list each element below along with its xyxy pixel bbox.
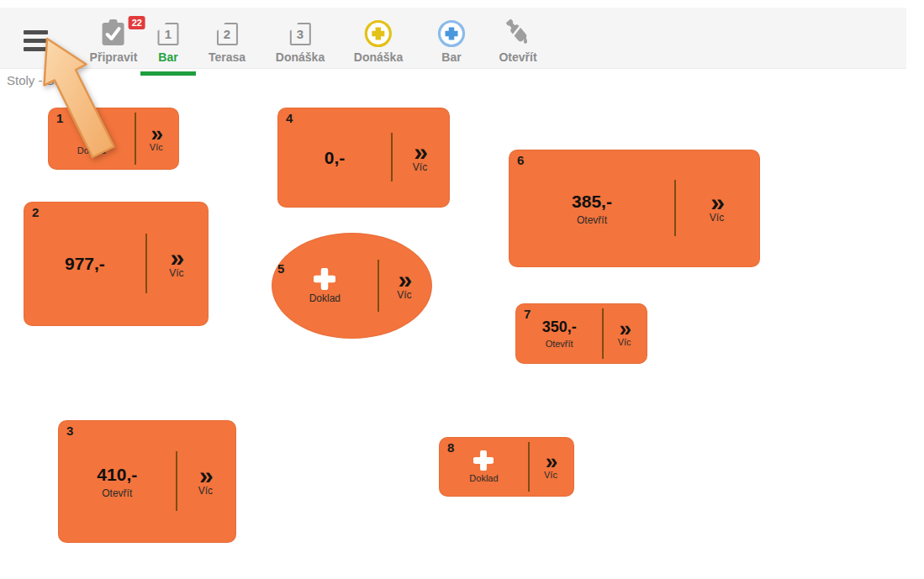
table-more-zone[interactable]: » Víc bbox=[391, 108, 449, 207]
status-label: Otevřít bbox=[102, 487, 132, 499]
table-number-1-icon: 1 bbox=[158, 23, 179, 45]
more-label: Víc bbox=[413, 161, 427, 173]
table-card-1[interactable]: 1 Doklad » Víc bbox=[48, 108, 179, 170]
doklad-label: Doklad bbox=[77, 145, 106, 155]
more-label: Víc bbox=[198, 485, 213, 497]
tab-bar-1[interactable]: 1 Bar bbox=[158, 18, 179, 64]
table-open-zone[interactable]: 0,- bbox=[278, 108, 391, 207]
table-card-8[interactable]: 8 Doklad » Víc bbox=[439, 437, 574, 497]
table-more-zone[interactable]: » Víc bbox=[135, 108, 178, 169]
table-card-2[interactable]: 2 977,- » Víc bbox=[24, 202, 209, 326]
tab-label: Donáška bbox=[354, 50, 403, 64]
table-more-zone[interactable]: » Víc bbox=[602, 304, 647, 363]
table-more-zone[interactable]: » Víc bbox=[176, 421, 235, 542]
amount-label: 410,- bbox=[97, 465, 137, 485]
tab-otevrit[interactable]: Otevřít bbox=[499, 18, 536, 64]
more-label: Víc bbox=[544, 470, 557, 480]
table-doklad-zone[interactable]: Doklad bbox=[440, 438, 528, 496]
plus-icon bbox=[473, 450, 494, 471]
more-chevrons-icon: » bbox=[171, 249, 183, 267]
table-number-3-icon: 3 bbox=[289, 23, 310, 45]
amount-label: 350,- bbox=[542, 318, 577, 336]
table-doklad-zone[interactable]: Doklad bbox=[49, 108, 135, 169]
doklad-label: Doklad bbox=[469, 473, 498, 483]
amount-label: 385,- bbox=[572, 192, 612, 212]
table-card-7[interactable]: 7 350,- Otevřít » Víc bbox=[515, 303, 647, 364]
table-open-zone[interactable]: 977,- bbox=[24, 203, 145, 325]
table-card-5[interactable]: 5 Doklad » Víc bbox=[272, 233, 432, 339]
status-label: Otevřít bbox=[577, 214, 607, 226]
hamburger-bar bbox=[24, 30, 48, 34]
table-more-zone[interactable]: » Víc bbox=[674, 150, 759, 266]
amount-label: 977,- bbox=[65, 254, 105, 274]
table-more-zone[interactable]: » Víc bbox=[528, 438, 573, 496]
more-chevrons-icon: » bbox=[414, 143, 426, 161]
tab-label: Terasa bbox=[209, 50, 246, 64]
table-open-zone[interactable]: 350,- Otevřít bbox=[516, 304, 602, 363]
table-doklad-zone[interactable]: Doklad bbox=[272, 234, 378, 338]
amount-label: 0,- bbox=[325, 148, 346, 168]
more-label: Víc bbox=[710, 212, 724, 224]
tab-label: Donáška bbox=[276, 50, 325, 64]
more-chevrons-icon: » bbox=[619, 321, 629, 337]
toolbar: 22 Připravit 1 Bar 2 Terasa 3 Donáška Do… bbox=[0, 8, 906, 69]
table-open-zone[interactable]: 410,- Otevřít bbox=[59, 421, 176, 542]
more-chevrons-icon: » bbox=[199, 466, 212, 485]
tab-donaska-3[interactable]: 3 Donáška bbox=[276, 18, 325, 64]
more-label: Víc bbox=[169, 267, 183, 279]
hamburger-bar bbox=[24, 39, 48, 43]
more-label: Víc bbox=[618, 337, 631, 347]
table-open-zone[interactable]: 385,- Otevřít bbox=[510, 150, 674, 266]
plus-icon bbox=[82, 123, 102, 143]
doklad-label: Doklad bbox=[309, 292, 341, 304]
more-chevrons-icon: » bbox=[399, 271, 411, 289]
tab-label: Připravit bbox=[90, 50, 138, 64]
bottle-drop-icon bbox=[503, 18, 533, 49]
table-more-zone[interactable]: » Víc bbox=[378, 234, 431, 338]
tab-label: Bar bbox=[158, 50, 177, 64]
table-more-zone[interactable]: » Víc bbox=[145, 203, 208, 325]
tab-new-donaska[interactable]: Donáška bbox=[354, 18, 403, 64]
tab-terasa[interactable]: 2 Terasa bbox=[209, 18, 246, 64]
page-title: Stoly - Bar bbox=[7, 73, 66, 87]
status-label: Otevřít bbox=[546, 339, 573, 349]
clipboard-check-icon bbox=[100, 19, 127, 48]
tab-label: Otevřít bbox=[499, 50, 536, 64]
hamburger-menu-icon[interactable] bbox=[24, 30, 48, 51]
active-tab-underline bbox=[140, 71, 196, 76]
plus-circle-yellow-icon bbox=[364, 19, 393, 48]
tab-pripravit[interactable]: 22 Připravit bbox=[90, 18, 138, 64]
table-card-4[interactable]: 4 0,- » Víc bbox=[277, 108, 450, 208]
more-chevrons-icon: » bbox=[546, 454, 556, 470]
more-chevrons-icon: » bbox=[710, 193, 723, 212]
tab-new-bar[interactable]: Bar bbox=[437, 18, 466, 64]
plus-circle-blue-icon bbox=[437, 19, 466, 48]
table-card-3[interactable]: 3 410,- Otevřít » Víc bbox=[58, 420, 236, 543]
hamburger-bar bbox=[24, 47, 48, 51]
more-chevrons-icon: » bbox=[151, 126, 161, 142]
table-card-6[interactable]: 6 385,- Otevřít » Víc bbox=[509, 150, 760, 267]
tab-label: Bar bbox=[441, 50, 461, 64]
notification-badge: 22 bbox=[129, 16, 145, 29]
table-number-2-icon: 2 bbox=[216, 23, 237, 45]
more-label: Víc bbox=[150, 142, 163, 152]
more-label: Víc bbox=[397, 289, 411, 301]
plus-icon bbox=[314, 268, 335, 290]
